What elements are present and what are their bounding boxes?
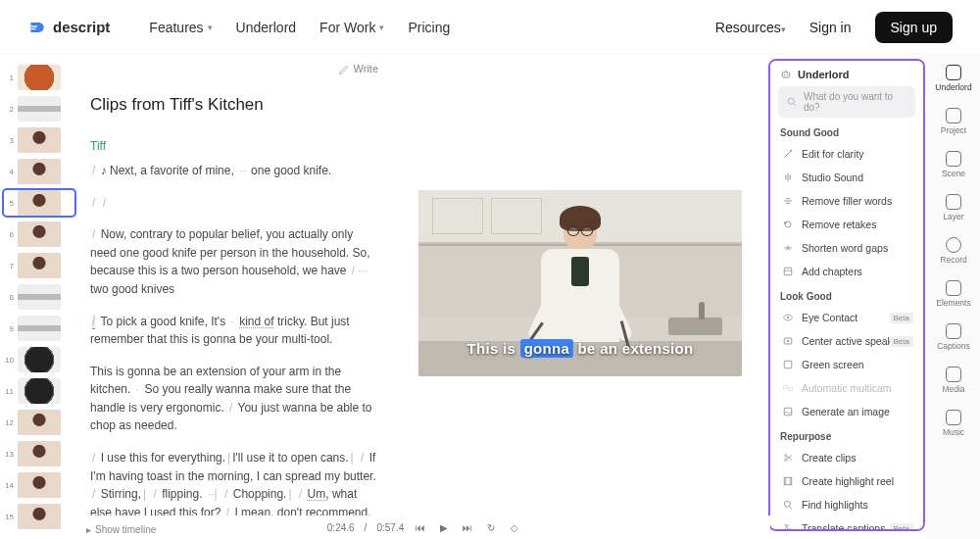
caption-overlay: This is gonna be an extension bbox=[418, 340, 742, 357]
action-translate-captions[interactable]: Translate captionsBeta bbox=[776, 516, 917, 531]
scene-thumbnail-rail[interactable]: 123456789101112131415 bbox=[0, 55, 78, 539]
scene-thumb-14[interactable]: 14 bbox=[4, 472, 74, 498]
action-find-highlights[interactable]: Find highlights bbox=[776, 493, 917, 516]
retake-icon bbox=[782, 219, 794, 230]
loop-button[interactable]: ↻ bbox=[484, 520, 498, 534]
scene-thumb-12[interactable]: 12 bbox=[4, 410, 74, 435]
underlord-panel: Underlord What do you want to do? Sound … bbox=[768, 59, 925, 531]
compress-icon bbox=[782, 242, 794, 254]
beta-badge: Beta bbox=[890, 336, 913, 347]
action-remove-filler[interactable]: Remove filler words bbox=[776, 189, 917, 213]
brand[interactable]: descript bbox=[27, 18, 110, 37]
play-button[interactable]: ▶ bbox=[437, 520, 451, 534]
layer-icon bbox=[946, 194, 961, 210]
action-edit-for-clarity[interactable]: Edit for clarity bbox=[776, 142, 917, 166]
scene-thumb-5[interactable]: 5 bbox=[4, 190, 74, 216]
scene-thumb-11[interactable]: 11 bbox=[4, 378, 74, 404]
chevron-down-icon: ▾ bbox=[781, 24, 786, 34]
toolrail-record[interactable]: Record bbox=[940, 237, 966, 265]
nav-resources[interactable]: Resources▾ bbox=[715, 20, 786, 35]
beta-badge: Beta bbox=[890, 313, 913, 323]
center-icon bbox=[782, 335, 794, 347]
svg-rect-1 bbox=[30, 27, 35, 28]
action-eye-contact[interactable]: Eye ContactBeta bbox=[776, 306, 917, 329]
svg-rect-0 bbox=[30, 25, 37, 26]
speaker-label[interactable]: Tiff bbox=[90, 137, 380, 156]
svg-rect-2 bbox=[782, 73, 790, 77]
chevron-down-icon: ▾ bbox=[208, 23, 213, 32]
show-timeline-button[interactable]: ▸Show timeline bbox=[86, 524, 156, 535]
signin-link[interactable]: Sign in bbox=[809, 20, 852, 35]
scene-thumb-15[interactable]: 15 bbox=[4, 504, 74, 529]
transcript-line[interactable]: / / bbox=[90, 194, 380, 213]
transcript-line[interactable]: / Now, contrary to popular belief, you a… bbox=[90, 225, 380, 298]
action-generate-image[interactable]: Generate an image bbox=[776, 400, 917, 423]
chevron-down-icon: ▾ bbox=[379, 23, 384, 32]
nav-links: Features▾ Underlord For Work▾ Pricing bbox=[149, 20, 450, 35]
action-highlight-reel[interactable]: Create highlight reel bbox=[776, 469, 917, 493]
nav-for-work[interactable]: For Work▾ bbox=[319, 20, 384, 35]
media-icon bbox=[946, 367, 961, 382]
nav-pricing[interactable]: Pricing bbox=[408, 20, 450, 35]
scene-thumb-2[interactable]: 2 bbox=[4, 96, 74, 122]
nav-right: Resources▾ Sign in Sign up bbox=[715, 12, 953, 43]
scene-thumb-8[interactable]: 8 bbox=[4, 284, 74, 310]
toolrail-elements[interactable]: Elements bbox=[936, 280, 970, 308]
elements-icon bbox=[946, 280, 961, 296]
scene-thumb-13[interactable]: 13 bbox=[4, 441, 74, 466]
scene-thumb-3[interactable]: 3 bbox=[4, 127, 74, 153]
action-create-clips[interactable]: Create clips bbox=[776, 446, 917, 469]
toolrail-captions[interactable]: Captions bbox=[937, 323, 970, 351]
project-icon bbox=[946, 108, 961, 123]
toolrail-project[interactable]: Project bbox=[941, 108, 966, 135]
action-remove-retakes[interactable]: Remove retakes bbox=[776, 213, 917, 236]
scene-thumb-7[interactable]: 7 bbox=[4, 253, 74, 278]
scene-thumb-4[interactable]: 4 bbox=[4, 159, 74, 184]
bookmark-button[interactable]: ◇ bbox=[508, 520, 521, 534]
toolrail-layer[interactable]: Layer bbox=[943, 194, 963, 221]
skip-back-button[interactable]: ⏮ bbox=[414, 520, 427, 534]
signup-button[interactable]: Sign up bbox=[875, 12, 953, 43]
scene-thumb-9[interactable]: 9 bbox=[4, 316, 74, 341]
toolrail-media[interactable]: Media bbox=[942, 367, 964, 394]
scene-thumb-6[interactable]: 6 bbox=[4, 221, 74, 247]
action-shorten-gaps[interactable]: Shorten word gaps bbox=[776, 236, 917, 260]
transcript-line[interactable]: This is gonna be an extension of your ar… bbox=[90, 363, 380, 435]
action-green-screen[interactable]: Green screen bbox=[776, 353, 917, 376]
nav-features[interactable]: Features▾ bbox=[149, 20, 212, 35]
nav-underlord[interactable]: Underlord bbox=[236, 20, 296, 35]
toolrail-scene[interactable]: Scene bbox=[942, 151, 965, 178]
toolrail-music[interactable]: Music bbox=[943, 410, 964, 437]
write-button[interactable]: Write bbox=[338, 61, 378, 77]
underlord-icon bbox=[946, 65, 961, 80]
captions-icon bbox=[946, 323, 961, 339]
action-studio-sound[interactable]: Studio Sound bbox=[776, 166, 917, 189]
video-preview[interactable]: This is gonna be an extension bbox=[418, 190, 742, 376]
svg-point-5 bbox=[788, 98, 794, 104]
svg-point-17 bbox=[784, 501, 790, 507]
transcript-line[interactable]: / To pick a good knife, It's · kind of t… bbox=[90, 313, 380, 349]
action-add-chapters[interactable]: Add chapters bbox=[776, 260, 917, 283]
brand-logo-icon bbox=[27, 18, 47, 37]
record-icon bbox=[946, 237, 961, 253]
underlord-search[interactable]: What do you want to do? bbox=[778, 86, 915, 118]
scene-thumb-1[interactable]: 1 bbox=[4, 65, 74, 90]
search-icon bbox=[786, 96, 798, 108]
svg-point-9 bbox=[787, 340, 789, 342]
transcript-panel[interactable]: Write Clips from Tiff's Kitchen Tiff / ♪… bbox=[78, 55, 392, 539]
center-column: This is gonna be an extension bbox=[392, 55, 768, 539]
doc-title[interactable]: Clips from Tiff's Kitchen bbox=[90, 92, 380, 118]
pencil-icon bbox=[338, 64, 350, 75]
action-center-speaker[interactable]: Center active speakerBeta bbox=[776, 329, 917, 353]
search-icon bbox=[782, 499, 794, 511]
strike-icon bbox=[782, 195, 794, 207]
skip-fwd-button[interactable]: ⏭ bbox=[461, 520, 474, 534]
toolrail-underlord[interactable]: Underlord bbox=[935, 65, 971, 92]
action-auto-multicam: Automatic multicam bbox=[776, 376, 917, 400]
scissors-icon bbox=[782, 452, 794, 464]
beta-badge: Beta bbox=[890, 523, 913, 532]
image-icon bbox=[782, 406, 794, 417]
svg-rect-13 bbox=[784, 408, 792, 416]
transcript-line[interactable]: / ♪ Next, a favorite of mine, ·· one goo… bbox=[90, 162, 380, 180]
scene-thumb-10[interactable]: 10 bbox=[4, 347, 74, 372]
